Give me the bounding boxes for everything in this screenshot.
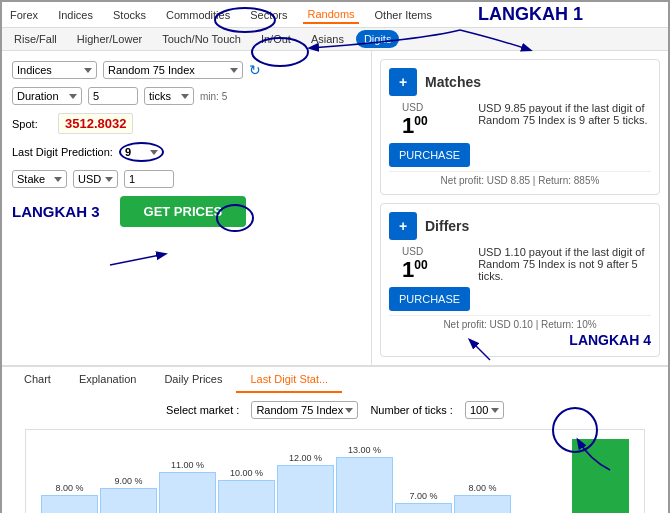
bar-pct-6: 7.00 %: [409, 491, 437, 501]
duration-row: Duration ticks min: 5: [12, 87, 361, 105]
refresh-icon[interactable]: ↻: [249, 62, 261, 78]
bar-5: [336, 457, 393, 513]
bar-0: [41, 495, 98, 513]
spot-value: 3512.8032: [58, 113, 133, 134]
bar-4: [277, 465, 334, 513]
differs-title: Differs: [425, 218, 469, 234]
right-panel: + Matches USD 100 PURCHASE USD 9.85 payo…: [372, 51, 668, 365]
matches-net-profit: Net profit: USD 8.85 | Return: 885%: [389, 171, 651, 186]
tab-daily-prices[interactable]: Daily Prices: [150, 367, 236, 393]
bar-2: [159, 472, 216, 513]
differs-body: USD 100 PURCHASE USD 1.10 payout if the …: [389, 246, 651, 311]
differs-payout: USD 1.10 payout if the last digit of Ran…: [478, 246, 651, 282]
chart-controls: Select market : Random 75 Index Number o…: [12, 401, 658, 419]
spot-row: Spot: 3512.8032: [12, 113, 361, 134]
last-digit-select[interactable]: 9 0123 45678: [119, 142, 164, 162]
bar-9: [572, 439, 629, 513]
left-panel: Indices Random 75 Index ↻ Duration ticks: [2, 51, 372, 365]
duration-unit-select[interactable]: ticks: [144, 87, 194, 105]
differs-header: + Differs: [389, 212, 651, 240]
tab-last-digit-stat[interactable]: Last Digit Stat...: [236, 367, 342, 393]
stake-type-select[interactable]: Stake: [12, 170, 67, 188]
nav-other[interactable]: Other Items: [371, 7, 436, 23]
matches-price: 100: [402, 113, 428, 139]
bar-col-5: 13.00 %5: [336, 445, 393, 513]
matches-body: USD 100 PURCHASE USD 9.85 payout if the …: [389, 102, 651, 167]
matches-card: + Matches USD 100 PURCHASE USD 9.85 payo…: [380, 59, 660, 195]
chart-area: Select market : Random 75 Index Number o…: [2, 391, 668, 513]
ticks-label: Number of ticks :: [370, 404, 453, 416]
bar-pct-2: 11.00 %: [171, 460, 204, 470]
bar-7: [454, 495, 511, 513]
matches-title: Matches: [425, 74, 481, 90]
differs-price: 100: [402, 257, 428, 283]
tab-chart[interactable]: Chart: [10, 367, 65, 393]
tab-explanation[interactable]: Explanation: [65, 367, 151, 393]
bar-pct-5: 13.00 %: [348, 445, 381, 455]
tab-digits[interactable]: Digits: [356, 30, 400, 48]
matches-icon: +: [389, 68, 417, 96]
nav-commodities[interactable]: Commodities: [162, 7, 234, 23]
bar-col-1: 9.00 %1: [100, 476, 157, 513]
bar-1: [100, 488, 157, 513]
nav-sectors[interactable]: Sectors: [246, 7, 291, 23]
bar-col-0: 8.00 %0: [41, 483, 98, 513]
bars-wrapper: 8.00 %09.00 %111.00 %210.00 %312.00 %413…: [36, 440, 634, 513]
matches-purchase-button[interactable]: PURCHASE: [389, 143, 470, 167]
bar-pct-4: 12.00 %: [289, 453, 322, 463]
bar-col-3: 10.00 %3: [218, 468, 275, 513]
get-prices-button[interactable]: GET PRICES: [120, 196, 247, 227]
bar-chart: 8.00 %09.00 %111.00 %210.00 %312.00 %413…: [25, 429, 645, 513]
bar-col-7: 8.00 %7: [454, 483, 511, 513]
last-digit-label: Last Digit Prediction:: [12, 146, 113, 158]
bar-pct-7: 8.00 %: [468, 483, 496, 493]
chart-market-select[interactable]: Random 75 Index: [251, 401, 358, 419]
min-label: min: 5: [200, 91, 227, 102]
nav-stocks[interactable]: Stocks: [109, 7, 150, 23]
nav-randoms[interactable]: Randoms: [303, 6, 358, 24]
index-select[interactable]: Random 75 Index: [103, 61, 243, 79]
nav-indices[interactable]: Indices: [54, 7, 97, 23]
bar-col-6: 7.00 %6: [395, 491, 452, 513]
differs-currency: USD: [402, 246, 423, 257]
differs-price-sup: 00: [414, 258, 427, 272]
market-row: Indices Random 75 Index ↻: [12, 61, 361, 79]
market-label: Select market :: [166, 404, 239, 416]
bar-pct-1: 9.00 %: [114, 476, 142, 486]
market-select[interactable]: Indices: [12, 61, 97, 79]
bar-col-9: 9: [572, 437, 629, 513]
bottom-tabs: Chart Explanation Daily Prices Last Digi…: [2, 365, 668, 391]
tab-in-out[interactable]: In/Out: [253, 30, 299, 48]
differs-purchase-button[interactable]: PURCHASE: [389, 287, 470, 311]
differs-price-block: USD 100: [402, 246, 457, 283]
matches-header: + Matches: [389, 68, 651, 96]
duration-type-select[interactable]: Duration: [12, 87, 82, 105]
duration-input[interactable]: [88, 87, 138, 105]
tab-touch-no-touch[interactable]: Touch/No Touch: [154, 30, 249, 48]
matches-price-block: USD 100: [402, 102, 457, 139]
matches-currency: USD: [402, 102, 423, 113]
differs-net-profit: Net profit: USD 0.10 | Return: 10%: [389, 315, 651, 330]
last-digit-row: Last Digit Prediction: 9 0123 45678: [12, 142, 361, 162]
bar-3: [218, 480, 275, 513]
stake-row: Stake USD: [12, 170, 361, 188]
differs-icon: +: [389, 212, 417, 240]
bar-pct-3: 10.00 %: [230, 468, 263, 478]
chart-ticks-select[interactable]: 100: [465, 401, 504, 419]
langkah3-label: LANGKAH 3: [12, 203, 100, 220]
tab-rise-fall[interactable]: Rise/Fall: [6, 30, 65, 48]
nav-forex[interactable]: Forex: [6, 7, 42, 23]
bar-pct-0: 8.00 %: [55, 483, 83, 493]
tab-asians[interactable]: Asians: [303, 30, 352, 48]
tab-higher-lower[interactable]: Higher/Lower: [69, 30, 150, 48]
bar-6: [395, 503, 452, 513]
top-nav: Forex Indices Stocks Commodities Sectors…: [2, 2, 668, 28]
matches-payout: USD 9.85 payout if the last digit of Ran…: [478, 102, 651, 126]
spot-label: Spot:: [12, 118, 52, 130]
stake-input[interactable]: [124, 170, 174, 188]
sub-nav: Rise/Fall Higher/Lower Touch/No Touch In…: [2, 28, 668, 51]
matches-price-sup: 00: [414, 114, 427, 128]
main-content: Indices Random 75 Index ↻ Duration ticks: [2, 51, 668, 365]
differs-card: + Differs USD 100 PURCHASE USD 1.10 payo…: [380, 203, 660, 357]
currency-select[interactable]: USD: [73, 170, 118, 188]
